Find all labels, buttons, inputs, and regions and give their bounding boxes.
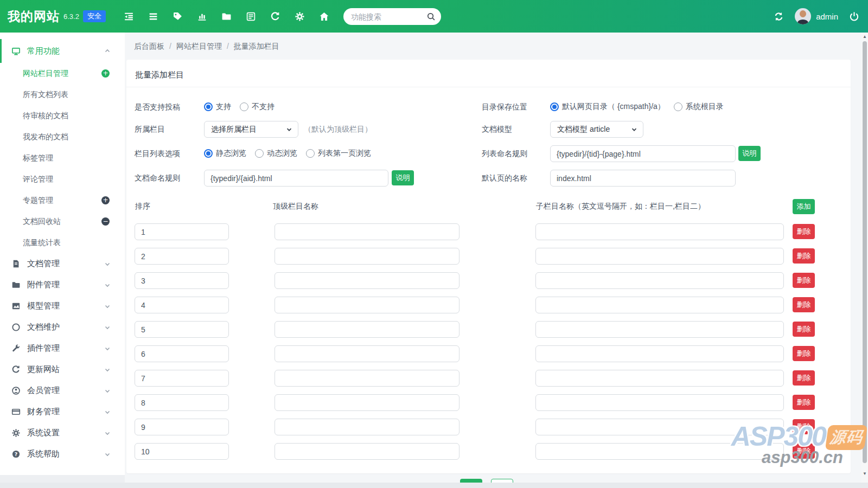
radio-support-selected[interactable]	[204, 102, 213, 111]
sidebar-section-system-settings[interactable]: 系统设置	[0, 422, 125, 444]
chart-icon[interactable]	[197, 11, 207, 22]
top-category-input[interactable]	[275, 443, 459, 460]
top-category-input[interactable]	[275, 419, 459, 435]
sort-input[interactable]	[135, 248, 229, 265]
doc-model-select[interactable]: 文档模型 article	[550, 121, 643, 138]
top-category-input[interactable]	[275, 345, 459, 362]
scroll-down-arrow[interactable]: ▼	[861, 470, 868, 477]
sidebar-item-site-category-manage[interactable]: 网站栏目管理 +	[0, 63, 125, 84]
sync-icon[interactable]	[774, 11, 784, 22]
user-menu[interactable]: admin	[795, 8, 838, 24]
sidebar-section-member-manage[interactable]: 会员管理	[0, 380, 125, 401]
sort-input[interactable]	[135, 443, 229, 460]
sort-input[interactable]	[135, 419, 229, 435]
sort-input[interactable]	[135, 297, 229, 313]
power-icon[interactable]	[849, 11, 859, 22]
folder-icon[interactable]	[221, 11, 232, 22]
search-icon[interactable]	[426, 12, 436, 21]
sort-input[interactable]	[135, 370, 229, 387]
top-category-input[interactable]	[275, 370, 459, 387]
sidebar-item-my-documents[interactable]: 我发布的文档	[0, 126, 125, 147]
logo-area: 我的网站 6.3.2 安全	[8, 0, 106, 33]
search-input[interactable]	[351, 12, 426, 21]
sidebar-item-all-documents[interactable]: 所有文档列表	[0, 84, 125, 105]
sub-category-input[interactable]	[535, 443, 784, 460]
sort-input[interactable]	[135, 345, 229, 362]
parent-category-select[interactable]: 选择所属栏目	[204, 121, 298, 138]
delete-row-button[interactable]: 删除	[793, 419, 815, 434]
radio-root-dir[interactable]	[674, 102, 682, 111]
sub-category-input[interactable]	[535, 321, 784, 338]
plus-circle-icon[interactable]: +	[101, 69, 110, 78]
gear-icon[interactable]	[295, 11, 305, 22]
scrollbar-thumb[interactable]	[863, 41, 867, 463]
delete-row-button[interactable]: 删除	[793, 346, 815, 361]
sub-category-input[interactable]	[535, 345, 784, 362]
sidebar-item-topic-manage[interactable]: 专题管理 +	[0, 190, 125, 211]
delete-row-button[interactable]: 删除	[793, 224, 815, 239]
plus-circle-icon[interactable]: +	[101, 196, 110, 204]
list-rule-help-button[interactable]: 说明	[738, 146, 761, 161]
sort-input[interactable]	[135, 394, 229, 411]
doc-rule-help-button[interactable]: 说明	[392, 170, 414, 185]
radio-static-selected[interactable]	[204, 149, 213, 158]
delete-row-button[interactable]: 删除	[793, 248, 815, 264]
top-category-input[interactable]	[275, 321, 459, 338]
radio-default-dir-selected[interactable]	[550, 102, 559, 111]
default-page-input[interactable]	[550, 170, 736, 187]
top-category-input[interactable]	[275, 394, 459, 411]
sidebar-section-update-site[interactable]: 更新网站	[0, 359, 125, 380]
top-category-input[interactable]	[275, 297, 459, 313]
top-category-input[interactable]	[275, 223, 459, 240]
sub-category-input[interactable]	[535, 419, 784, 435]
sidebar-item-traffic-stats[interactable]: 流量统计表	[0, 232, 125, 253]
home-icon[interactable]	[319, 11, 329, 22]
sort-input[interactable]	[135, 321, 229, 338]
sub-category-input[interactable]	[535, 297, 784, 313]
sidebar-section-system-help[interactable]: ? 系统帮助	[0, 444, 125, 465]
breadcrumb-category-manage[interactable]: 网站栏目管理	[176, 42, 222, 52]
delete-row-button[interactable]: 删除	[793, 395, 815, 410]
scroll-up-arrow[interactable]: ▲	[861, 33, 868, 40]
menu-icon[interactable]	[148, 11, 158, 22]
sidebar-item-tag-manage[interactable]: 标签管理	[0, 147, 125, 169]
form-icon[interactable]	[246, 11, 256, 22]
sidebar-section-model-manage[interactable]: 模型管理	[0, 296, 125, 317]
delete-row-button[interactable]: 删除	[793, 297, 815, 312]
sidebar-section-attachment-manage[interactable]: 附件管理	[0, 274, 125, 296]
chevron-down-icon	[104, 261, 111, 267]
delete-row-button[interactable]: 删除	[793, 322, 815, 337]
top-category-input[interactable]	[275, 248, 459, 265]
sub-category-input[interactable]	[535, 272, 784, 289]
tag-icon[interactable]	[173, 11, 183, 22]
sub-category-input[interactable]	[535, 223, 784, 240]
sub-category-input[interactable]	[535, 370, 784, 387]
sidebar-item-recycle-bin[interactable]: 文档回收站 −	[0, 211, 125, 232]
radio-dynamic[interactable]	[255, 149, 264, 158]
sub-category-input[interactable]	[535, 394, 784, 411]
minus-circle-icon[interactable]: −	[101, 217, 110, 226]
delete-row-button[interactable]: 删除	[793, 444, 815, 459]
sidebar-section-doc-manage[interactable]: 文档管理	[0, 253, 125, 274]
top-category-input[interactable]	[275, 272, 459, 289]
sort-input[interactable]	[135, 223, 229, 240]
outdent-icon[interactable]	[124, 11, 134, 22]
version-label: 6.3.2	[63, 12, 79, 21]
sidebar-item-comment-manage[interactable]: 评论管理	[0, 169, 125, 190]
sidebar-section-doc-maintain[interactable]: 文档维护	[0, 317, 125, 338]
sidebar-section-finance-manage[interactable]: 财务管理	[0, 401, 125, 422]
add-row-button[interactable]: 添加	[793, 199, 815, 214]
sidebar-section-common[interactable]: 常用功能	[0, 39, 125, 63]
sort-input[interactable]	[135, 272, 229, 289]
sidebar-item-pending-documents[interactable]: 待审核的文档	[0, 105, 125, 126]
radio-not-support[interactable]	[240, 102, 248, 111]
sub-category-input[interactable]	[535, 248, 784, 265]
breadcrumb-dashboard[interactable]: 后台面板	[134, 42, 164, 52]
doc-rule-input[interactable]	[204, 170, 388, 187]
sidebar-section-plugin-manage[interactable]: 插件管理	[0, 338, 125, 359]
refresh-icon[interactable]	[270, 11, 280, 22]
delete-row-button[interactable]: 删除	[793, 273, 815, 288]
delete-row-button[interactable]: 删除	[793, 370, 815, 386]
radio-first-page[interactable]	[306, 149, 315, 158]
list-rule-input[interactable]	[550, 145, 736, 162]
